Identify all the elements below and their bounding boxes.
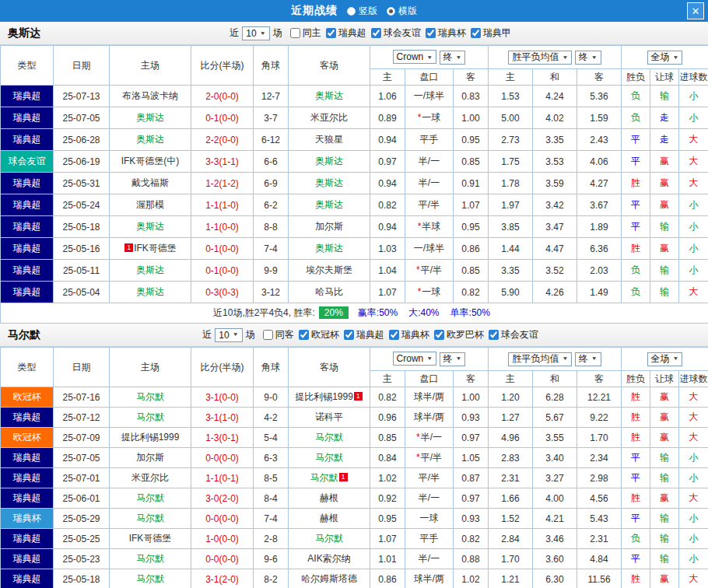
filter-checkbox[interactable] [326, 28, 336, 38]
col-type: 类型 [1, 348, 54, 387]
filter-item[interactable]: 瑞典杯 [389, 328, 429, 341]
away-team-cell[interactable]: 米亚尔比 [289, 107, 370, 129]
final-odds-select[interactable]: 终▼ [440, 51, 466, 65]
away-team-cell[interactable]: 埃尔夫斯堡 [289, 260, 370, 282]
filter-checkbox[interactable] [426, 28, 436, 38]
close-button[interactable]: ✕ [687, 2, 704, 19]
final-odds-select[interactable]: 终▼ [440, 352, 466, 366]
score-cell: 1-1(1-0) [191, 194, 254, 216]
home-team-cell[interactable]: 1IFK哥德堡 [110, 238, 191, 260]
filter-item[interactable]: 同主 [290, 26, 321, 40]
away-team-cell[interactable]: 马尔默 [289, 529, 370, 549]
home-team-cell[interactable]: 米亚尔比 [110, 468, 191, 488]
layout-radio-horizontal[interactable]: 横版 [387, 5, 417, 18]
ah-line-cell: 球半/两 [405, 569, 454, 588]
away-team-cell[interactable]: 马尔默 [289, 428, 370, 448]
goals-result-cell: 小 [679, 107, 708, 129]
score-cell: 2-2(0-0) [191, 129, 254, 151]
filter-checkbox[interactable] [489, 330, 499, 340]
filter-checkbox[interactable] [344, 330, 354, 340]
chevron-down-icon: ▼ [426, 356, 433, 362]
away-team-cell[interactable]: 诺科平 [289, 408, 370, 428]
away-team-cell[interactable]: 奥斯达 [289, 173, 370, 194]
chevron-down-icon: ▼ [591, 356, 598, 362]
home-team-cell[interactable]: IFK哥德堡 [110, 529, 191, 549]
filter-item[interactable]: 瑞典超 [344, 328, 384, 341]
away-team-cell[interactable]: 马尔默1 [289, 468, 370, 488]
team-name-text: IFK哥德堡 [129, 533, 172, 544]
recent-count-select[interactable]: 10▼ [242, 26, 269, 40]
away-team-cell[interactable]: 奥斯达 [289, 194, 370, 216]
away-team-cell[interactable]: 提比利锡19991 [289, 387, 370, 408]
layout-radio-vertical[interactable]: 竖版 [347, 5, 377, 18]
ah-home-odds-cell: 0.94 [370, 173, 405, 194]
filter-item[interactable]: 瑞典甲 [471, 26, 511, 40]
final-odds-value: 终 [443, 51, 453, 64]
home-team-cell[interactable]: 奥斯达 [110, 260, 191, 282]
filter-checkbox[interactable] [290, 28, 300, 38]
table-header: 类型 日期 主场 比分(半场) 角球 客场 Crown▼ 终▼ 胜平负均值▼ 终… [1, 46, 708, 86]
filter-item[interactable]: 瑞典杯 [426, 26, 466, 40]
filter-checkbox[interactable] [389, 330, 399, 340]
home-team-cell[interactable]: 奥斯达 [110, 216, 191, 238]
home-team-cell[interactable]: 加尔斯 [110, 448, 191, 468]
eu-draw-odds-cell: 3.40 [533, 448, 577, 468]
match-row: 瑞典超 25-07-05 奥斯达 0-1(0-0) 3-7 米亚尔比 0.89 … [1, 107, 708, 129]
away-team-cell[interactable]: AIK索尔纳 [289, 549, 370, 569]
eu-away-odds-cell: 5.43 [577, 509, 622, 529]
ah-away-odds-cell: 0.91 [454, 173, 489, 194]
filter-item[interactable]: 欧冠杯 [299, 328, 339, 341]
filter-checkbox[interactable] [471, 28, 481, 38]
away-team-cell[interactable]: 奥斯达 [289, 238, 370, 260]
corners-cell: 6-3 [254, 448, 289, 468]
home-team-cell[interactable]: 奥斯达 [110, 282, 191, 303]
europe-mean-select[interactable]: 胜平负均值▼ [508, 352, 572, 366]
home-team-cell[interactable]: 马尔默 [110, 488, 191, 509]
away-team-cell[interactable]: 奥斯达 [289, 86, 370, 107]
filter-item[interactable]: 瑞典超 [326, 26, 366, 40]
away-team-cell[interactable]: 赫根 [289, 488, 370, 509]
final-europe-select[interactable]: 终▼ [575, 352, 601, 366]
filter-checkbox[interactable] [371, 28, 381, 38]
filter-item[interactable]: 球会友谊 [371, 26, 421, 40]
odds-company-select[interactable]: Crown▼ [393, 352, 437, 366]
home-team-cell[interactable]: 马尔默 [110, 569, 191, 588]
filter-item[interactable]: 欧罗巴杯 [434, 328, 484, 341]
score-cell: 0-0(0-0) [191, 549, 254, 569]
fullmatch-select[interactable]: 全场▼ [647, 51, 683, 65]
home-team-cell[interactable]: 马尔默 [110, 408, 191, 428]
ah-away-odds-cell: 0.93 [454, 509, 489, 529]
match-row: 瑞典超 25-07-13 布洛马波卡纳 2-0(0-0) 12-7 奥斯达 1.… [1, 86, 708, 107]
away-team-cell[interactable]: 哈尔姆斯塔德 [289, 569, 370, 588]
away-team-cell[interactable]: 赫根 [289, 509, 370, 529]
home-team-cell[interactable]: IFK哥德堡(中) [110, 151, 191, 173]
eu-away-odds-cell: 5.36 [577, 86, 622, 107]
home-team-cell[interactable]: 提比利锡1999 [110, 428, 191, 448]
final-europe-select[interactable]: 终▼ [575, 51, 601, 65]
home-team-cell[interactable]: 奥斯达 [110, 129, 191, 151]
odds-company-select[interactable]: Crown▼ [393, 50, 437, 64]
recent-count-select[interactable]: 10▼ [215, 328, 242, 342]
home-team-cell[interactable]: 马尔默 [110, 509, 191, 529]
europe-mean-select[interactable]: 胜平负均值▼ [508, 51, 572, 65]
filter-item[interactable]: 同客 [263, 328, 294, 341]
home-team-cell[interactable]: 马尔默 [110, 387, 191, 408]
filter-checkbox[interactable] [434, 330, 444, 340]
away-team-cell[interactable]: 哈马比 [289, 282, 370, 303]
fullmatch-select[interactable]: 全场▼ [647, 352, 683, 366]
league-badge-cell: 瑞典超 [1, 260, 54, 282]
home-team-cell[interactable]: 马尔默 [110, 549, 191, 569]
home-team-cell[interactable]: 奥斯达 [110, 107, 191, 129]
away-team-cell[interactable]: 天狼星 [289, 129, 370, 151]
ah-line-cell: 平/半 [405, 468, 454, 488]
filter-item[interactable]: 球会友谊 [489, 328, 538, 341]
away-team-cell[interactable]: 马尔默 [289, 448, 370, 468]
filter-checkbox[interactable] [299, 330, 309, 340]
filter-checkbox[interactable] [263, 330, 273, 340]
home-team-cell[interactable]: 渥那模 [110, 194, 191, 216]
away-team-cell[interactable]: 加尔斯 [289, 216, 370, 238]
home-team-cell[interactable]: 布洛马波卡纳 [110, 86, 191, 107]
home-team-cell[interactable]: 戴戈福斯 [110, 173, 191, 194]
away-team-cell[interactable]: 奥斯达 [289, 151, 370, 173]
final-europe-value: 终 [579, 51, 588, 64]
